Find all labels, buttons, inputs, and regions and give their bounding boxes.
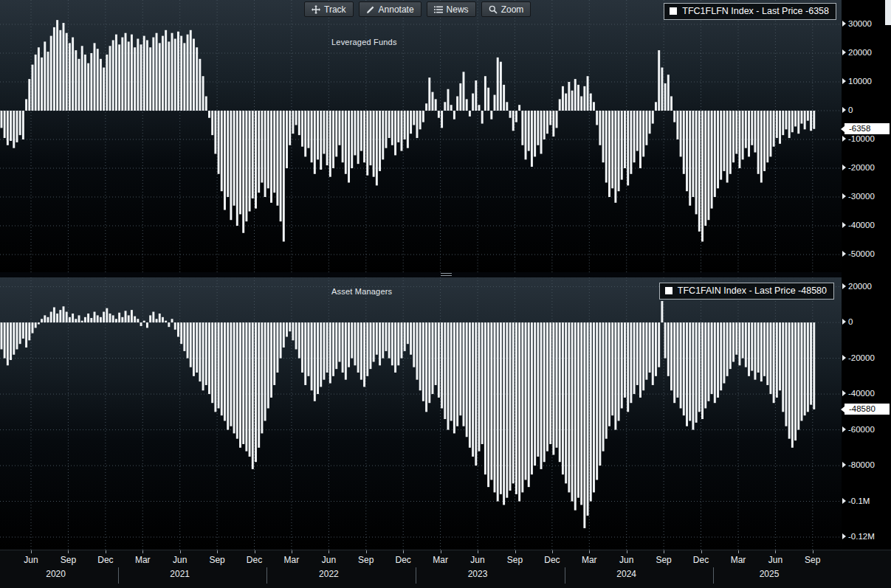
bar [258, 111, 260, 193]
bar [791, 322, 794, 448]
track-button[interactable]: Track [304, 1, 354, 17]
bar [456, 97, 458, 111]
bar [800, 322, 802, 421]
bar [187, 322, 189, 358]
bar [69, 317, 71, 322]
bar [205, 322, 207, 385]
year-separator [266, 567, 267, 584]
bar [559, 99, 561, 111]
bar [676, 111, 678, 139]
tick-arrow-icon [842, 78, 846, 84]
y-axis-label: 20000 [842, 282, 872, 291]
legend-tfc1flfn[interactable]: TFC1FLFN Index - Last Price -6358 [664, 3, 836, 20]
bar [748, 322, 750, 376]
bar [283, 322, 285, 347]
tick-arrow-icon [842, 462, 846, 468]
bar [295, 322, 297, 349]
bar [481, 322, 484, 444]
bar [348, 111, 350, 183]
bar [698, 111, 701, 232]
x-axis-month-label: Jun [465, 555, 490, 565]
bar [211, 111, 213, 135]
bar [618, 322, 620, 421]
bar [738, 111, 740, 168]
x-axis-month-label: Mar [428, 555, 453, 565]
bar [605, 111, 608, 183]
bar [425, 322, 427, 412]
bar [676, 322, 678, 398]
bar [149, 315, 151, 322]
bar [680, 322, 682, 408]
bar [109, 46, 111, 111]
bar [125, 33, 127, 111]
bar [627, 322, 629, 412]
x-axis-month-label: Dec [242, 555, 267, 565]
magnifier-icon [489, 5, 498, 14]
bar [487, 322, 489, 487]
bar [549, 111, 551, 125]
bar [593, 322, 595, 492]
bar [788, 322, 791, 439]
bar [667, 322, 670, 376]
legend-tfc1fain[interactable]: TFC1FAIN Index - Last Price -48580 [659, 283, 834, 300]
y-axis-value: -20000 [848, 163, 875, 172]
x-axis-tickmark [255, 550, 255, 553]
bar [525, 111, 527, 159]
bar [686, 322, 688, 426]
bar [199, 322, 201, 381]
bar [289, 111, 291, 145]
bar [757, 322, 760, 373]
bar [168, 322, 170, 327]
bar [580, 97, 582, 111]
bar [376, 111, 378, 185]
scrollbar-thumb[interactable] [885, 0, 891, 25]
tick-arrow-icon [842, 136, 846, 142]
bar [87, 63, 89, 111]
zoom-button[interactable]: Zoom [481, 1, 531, 17]
bar [87, 314, 89, 322]
bar [385, 322, 387, 351]
bar [500, 62, 502, 111]
annotate-button[interactable]: Annotate [359, 1, 422, 17]
x-axis-tickmark [328, 550, 329, 553]
bar [156, 33, 158, 111]
bar [568, 322, 570, 492]
bar [174, 39, 176, 111]
bar [59, 310, 61, 322]
bar [41, 58, 43, 111]
news-button[interactable]: News [427, 1, 476, 17]
leveraged-funds-chart[interactable] [0, 0, 842, 272]
bar [738, 322, 740, 365]
bar [345, 111, 347, 174]
asset-managers-chart[interactable] [0, 277, 842, 550]
bar [633, 322, 636, 394]
bar [103, 312, 105, 323]
bar [301, 111, 303, 147]
bar [295, 111, 297, 125]
bar [608, 111, 610, 197]
bar [624, 322, 626, 398]
panel-divider[interactable] [0, 272, 842, 277]
bar [159, 43, 161, 111]
bar [311, 322, 313, 390]
bar [769, 111, 771, 156]
divider-handle-icon[interactable] [441, 273, 452, 276]
x-axis-month-label: Dec [93, 555, 118, 565]
bar [78, 315, 80, 322]
bar [233, 111, 235, 206]
bar [670, 322, 672, 390]
y-axis-value: -10000 [848, 134, 875, 143]
bar [183, 43, 185, 111]
bar [472, 322, 474, 457]
bar [94, 43, 96, 111]
bar [397, 322, 399, 365]
bar [438, 322, 440, 398]
bar [239, 111, 241, 214]
bar [754, 111, 756, 153]
bar [512, 322, 515, 483]
bar [214, 322, 216, 412]
bar [351, 322, 353, 358]
bar [357, 111, 360, 164]
bar [59, 30, 61, 111]
y-axis-label: -40000 [842, 389, 875, 398]
